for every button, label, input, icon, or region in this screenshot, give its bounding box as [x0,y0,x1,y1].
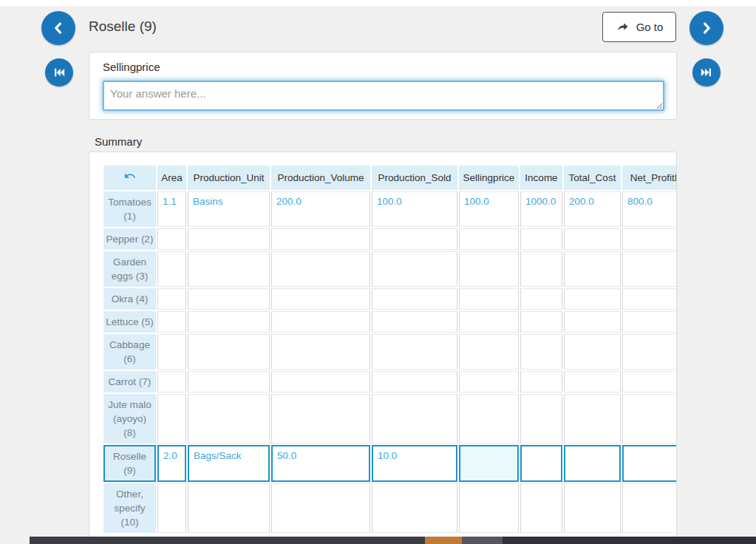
table-cell[interactable] [271,334,370,370]
table-cell[interactable] [622,483,677,533]
table-cell[interactable] [188,251,270,287]
goto-button[interactable]: Go to [602,12,676,42]
first-question-button[interactable] [45,58,73,86]
table-cell[interactable] [459,311,519,333]
table-cell[interactable] [622,394,677,443]
table-cell[interactable] [188,394,270,443]
table-cell[interactable] [157,228,186,250]
table-cell[interactable] [564,334,621,370]
table-cell[interactable] [520,228,562,250]
row-label: Tomatoes (1) [103,191,156,227]
table-cell[interactable] [564,483,621,533]
table-cell[interactable] [564,228,621,250]
table-cell[interactable] [520,445,562,482]
table-cell[interactable] [622,445,677,482]
goto-button-label: Go to [636,21,664,33]
summary-table-body: Tomatoes (1)1.1Basins200.0100.0100.01000… [103,191,677,533]
table-cell[interactable] [520,334,562,370]
table-cell[interactable] [520,288,562,310]
table-cell[interactable] [188,311,270,333]
table-cell[interactable] [372,371,457,392]
table-cell[interactable] [520,251,562,287]
table-row: Okra (4) [103,288,677,310]
table-cell[interactable] [622,251,677,287]
table-cell[interactable] [459,483,519,533]
table-cell[interactable] [271,311,370,333]
table-cell[interactable]: 10.0 [372,445,457,482]
table-cell[interactable] [459,334,519,370]
skip-to-first-icon [52,66,66,79]
table-cell[interactable] [372,334,457,370]
table-cell[interactable] [372,251,457,287]
row-label: Jute malo (ayoyo) (8) [103,394,156,443]
taskbar[interactable] [30,537,756,544]
table-cell[interactable] [372,311,457,333]
table-cell[interactable] [564,445,621,482]
table-cell[interactable] [459,371,519,392]
table-row: Other, specify (10) [103,483,677,533]
table-cell[interactable] [271,251,370,287]
table-cell[interactable] [564,311,621,333]
table-cell[interactable] [459,251,519,287]
table-cell[interactable] [459,394,519,443]
table-cell[interactable] [459,445,519,482]
table-cell[interactable] [564,288,621,310]
chevron-left-icon [50,20,67,36]
table-cell[interactable] [622,228,677,250]
next-question-button[interactable] [689,11,723,45]
table-cell[interactable] [520,371,562,392]
table-cell[interactable] [157,483,186,533]
table-cell[interactable] [271,483,370,533]
table-cell[interactable] [459,228,519,250]
table-cell[interactable]: 200.0 [564,191,621,227]
table-cell[interactable] [188,371,270,392]
table-cell[interactable] [372,288,457,310]
table-row: Jute malo (ayoyo) (8) [103,394,677,443]
table-cell[interactable]: 800.0 [622,191,677,227]
taskbar-orange-segment[interactable] [425,537,462,544]
table-cell[interactable] [520,311,562,333]
table-cell[interactable]: 200.0 [271,191,370,227]
table-cell[interactable] [271,371,370,392]
table-cell[interactable]: 2.0 [157,445,186,482]
chevron-right-icon [698,20,715,36]
table-cell[interactable]: 100.0 [372,191,457,227]
table-cell[interactable]: 1000.0 [520,191,562,227]
previous-question-button[interactable] [41,11,75,45]
table-cell[interactable] [564,371,621,392]
table-cell[interactable] [622,311,677,333]
table-cell[interactable] [157,371,186,392]
table-cell[interactable]: 100.0 [459,191,519,227]
table-cell[interactable] [157,311,186,333]
table-cell[interactable] [372,228,457,250]
table-cell[interactable] [157,334,186,370]
table-cell[interactable] [157,251,186,287]
table-cell[interactable]: 1.1 [157,191,186,227]
table-cell[interactable] [188,228,270,250]
table-cell[interactable] [564,394,621,443]
table-cell[interactable] [188,483,270,533]
table-cell[interactable]: 50.0 [271,445,370,482]
table-cell[interactable] [271,394,370,443]
table-cell[interactable] [271,288,370,310]
table-cell[interactable] [372,394,457,443]
table-cell[interactable]: Bags/Sack [188,445,270,482]
table-cell[interactable] [157,288,186,310]
table-cell[interactable] [520,394,562,443]
table-cell[interactable]: Basins [188,191,270,227]
table-cell[interactable] [271,228,370,250]
table-cell[interactable] [564,251,621,287]
table-cell[interactable] [188,334,270,370]
taskbar-gray-segment[interactable] [462,537,503,544]
table-cell[interactable] [622,288,677,310]
table-cell[interactable] [157,394,186,443]
table-cell[interactable] [622,371,677,392]
last-question-button[interactable] [692,58,721,86]
table-cell[interactable] [520,483,562,533]
table-cell[interactable] [372,483,457,533]
table-cell[interactable] [188,288,270,310]
table-cell[interactable] [622,334,677,370]
table-cell[interactable] [459,288,519,310]
table-corner-cell[interactable] [103,166,156,190]
answer-input[interactable] [103,81,664,111]
